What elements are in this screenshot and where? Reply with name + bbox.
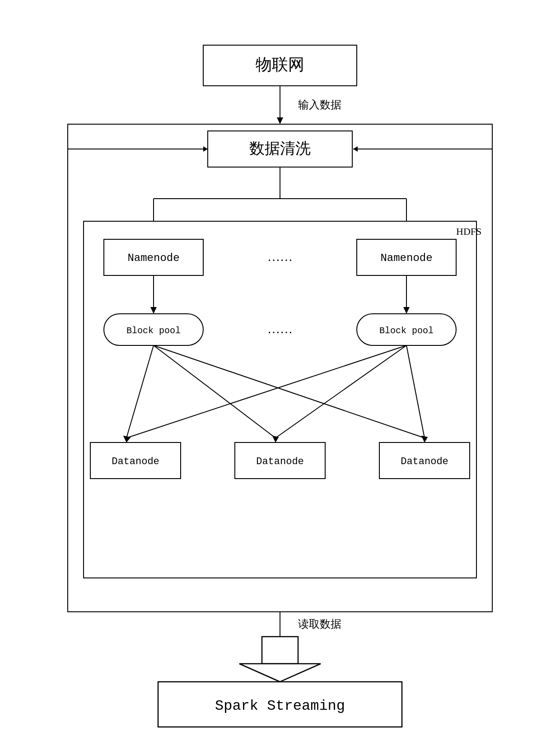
clean-text2: 数据清洗	[249, 140, 311, 157]
datanode1-text: Datanode	[112, 456, 159, 467]
blockpool1-text: Block pool	[126, 326, 181, 336]
blockpool2-text: Block pool	[379, 326, 434, 336]
namenode2-text: Namenode	[380, 252, 432, 264]
svg-marker-71	[239, 664, 321, 682]
read-data-text: 读取数据	[298, 618, 341, 630]
main-wrapper: text { font-family: 'SimSun', 'STSong', …	[9, 18, 551, 731]
hdfs-label: HDFS	[456, 226, 481, 237]
input-data-text: 输入数据	[298, 99, 341, 111]
datanode2-text: Datanode	[256, 456, 304, 467]
main-svg: text { font-family: 'SimSun', 'STSong', …	[32, 36, 528, 731]
datanode3-text: Datanode	[401, 456, 448, 467]
dots-nn: ……	[267, 250, 293, 264]
svg-marker-29	[277, 117, 283, 124]
dots-bp: ……	[267, 322, 293, 336]
spark-text: Spark Streaming	[215, 698, 345, 714]
namenode1-text: Namenode	[127, 252, 179, 264]
svg-rect-70	[262, 637, 298, 664]
iot-text: 物联网	[256, 56, 304, 74]
